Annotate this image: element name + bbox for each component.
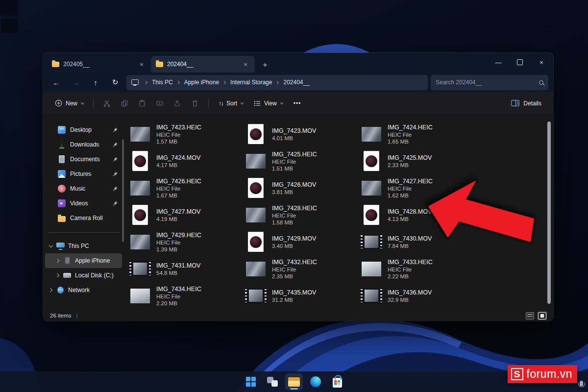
file-tile[interactable]: IMG_7424.HEIC HEIC File 1.65 MB [357,121,473,147]
new-tab-button[interactable]: + [259,58,271,71]
search-icon[interactable] [539,80,543,85]
share-button[interactable] [169,96,186,111]
more-button[interactable]: ••• [289,100,306,107]
desktop-shortcut[interactable] [0,0,18,16]
explorer-tab[interactable]: 202405__ × [47,56,151,73]
edge-button[interactable] [307,373,324,390]
file-tile[interactable]: IMG_7431.MOV 54.8 MB [126,255,242,282]
file-tile[interactable]: IMG_7429.HEIC HEIC File 1.39 MB [126,228,242,255]
microphone-icon[interactable] [580,381,583,386]
breadcrumb-label: This PC [152,79,173,86]
file-meta: IMG_7436.MOV 32.9 MB [388,289,432,303]
window-controls: — × [488,53,552,72]
file-tile[interactable]: IMG_7425.HEIC HEIC File 1.51 MB [242,147,357,174]
sidebar-item-label: Documents [70,156,107,163]
vertical-scrollbar[interactable] [547,122,551,304]
file-thumbnail [360,234,383,249]
cut-button[interactable] [98,96,115,111]
delete-button[interactable] [187,96,203,111]
details-button[interactable]: Details [506,97,546,110]
new-label: New [66,100,77,107]
file-size: 32.9 MB [388,297,432,303]
file-tile[interactable]: IMG_7423.HEIC HEIC File 1.57 MB [126,121,242,147]
sidebar-item[interactable]: Documents [45,152,122,167]
sidebar-item-icon [58,126,66,134]
breadcrumb-item[interactable]: Apple iPhone [175,79,221,86]
copy-button[interactable] [116,96,133,111]
breadcrumb-item[interactable]: Internal Storage [221,79,274,86]
maximize-button[interactable] [509,53,531,72]
file-tile[interactable]: IMG_7424.MOV 4.17 MB [126,147,242,174]
sidebar-tree-item[interactable]: This PC [45,239,122,253]
minimize-button[interactable]: — [488,53,509,72]
sidebar-item[interactable]: Camera Roll [45,211,122,225]
file-tile[interactable]: IMG_7432.HEIC HEIC File 2.35 MB [242,255,357,282]
sidebar-item[interactable]: Downloads [45,137,122,152]
tab-close-icon[interactable]: × [241,60,250,69]
trash-icon [191,99,199,107]
file-size: 31.2 MB [272,297,316,303]
store-button[interactable] [328,373,346,390]
sidebar-item[interactable]: Videos [45,196,122,211]
file-name: IMG_7428.MOV [388,208,432,215]
file-name: IMG_7425.HEIC [272,151,317,158]
sidebar-tree-item[interactable]: Local Disk (C:) [45,268,122,283]
rename-button[interactable]: A [151,96,168,111]
sidebar-item[interactable]: Pictures [45,167,122,181]
sidebar-divider [48,232,119,233]
details-view-toggle[interactable] [526,312,534,319]
large-icons-view-toggle[interactable] [538,312,546,319]
sidebar-item[interactable]: Desktop [45,122,122,137]
sidebar-item[interactable]: Music [45,181,122,196]
file-type: HEIC File [272,213,317,219]
start-button[interactable] [242,373,260,390]
close-button[interactable]: × [531,53,552,72]
file-tile[interactable]: IMG_7436.MOV 32.9 MB [357,282,473,309]
file-meta: IMG_7429.HEIC HEIC File 1.39 MB [156,232,201,252]
new-button[interactable]: New [50,96,88,110]
file-tile[interactable]: IMG_7435.MOV 31.2 MB [242,282,357,309]
paste-button[interactable] [134,96,150,111]
back-button[interactable]: ← [48,75,65,90]
file-tile[interactable]: IMG_7434.HEIC HEIC File 2.20 MB [126,282,242,309]
file-tile[interactable]: IMG_7423.MOV 4.01 MB [242,121,357,147]
search-input[interactable] [436,79,539,86]
file-tile[interactable]: IMG_7426.MOV 3.81 MB [242,174,357,201]
file-name: IMG_7429.MOV [272,235,316,242]
forward-button[interactable]: → [68,75,84,90]
tree-chevron-icon[interactable] [49,288,52,292]
file-thumbnail [245,288,267,303]
view-button[interactable]: View [249,97,288,110]
desktop-shortcut[interactable] [1,19,18,33]
sort-button[interactable]: ↑↓ Sort [214,96,248,110]
file-tile[interactable]: IMG_7427.HEIC HEIC File 1.62 MB [357,174,473,201]
tree-item-icon [63,257,72,265]
breadcrumb[interactable]: This PC Apple iPhone Internal Storage [126,75,428,90]
file-tile[interactable]: IMG_7427.MOV 4.19 MB [126,201,242,228]
up-button[interactable]: ↑ [87,75,104,90]
play-icon [254,240,258,245]
file-explorer-taskbar-button[interactable] [285,373,303,390]
file-thumbnail [360,288,383,303]
sidebar-tree-item[interactable]: Apple iPhone [45,253,122,268]
file-tile[interactable]: IMG_7426.HEIC HEIC File 1.67 MB [126,174,242,201]
explorer-tab[interactable]: 202404__ × [151,56,255,73]
file-tile[interactable]: IMG_7430.MOV 7.84 MB [357,228,473,255]
breadcrumb-item[interactable]: 202404__ [274,79,311,86]
file-name: IMG_7427.HEIC [388,178,433,185]
file-tile[interactable]: IMG_7428.HEIC HEIC File 1.58 MB [242,201,357,228]
file-tile[interactable]: IMG_7428.MOV 4.13 MB [357,201,473,228]
sidebar-tree-item[interactable]: Network [45,283,122,297]
task-view-button[interactable] [264,373,281,390]
tree-chevron-icon[interactable] [55,273,59,277]
tab-close-icon[interactable]: × [137,60,146,69]
tree-chevron-icon[interactable] [55,259,59,263]
refresh-button[interactable]: ↻ [107,75,123,90]
file-tile[interactable]: IMG_7425.MOV 2.33 MB [357,147,473,174]
file-tile[interactable]: IMG_7429.MOV 3.40 MB [242,228,357,255]
file-tile[interactable]: IMG_7433.HEIC HEIC File 2.22 MB [357,255,473,282]
file-meta: IMG_7423.HEIC HEIC File 1.57 MB [156,124,201,145]
file-size: 2.20 MB [156,300,201,306]
breadcrumb-item[interactable]: This PC [143,79,175,86]
tree-chevron-icon[interactable] [49,244,52,247]
